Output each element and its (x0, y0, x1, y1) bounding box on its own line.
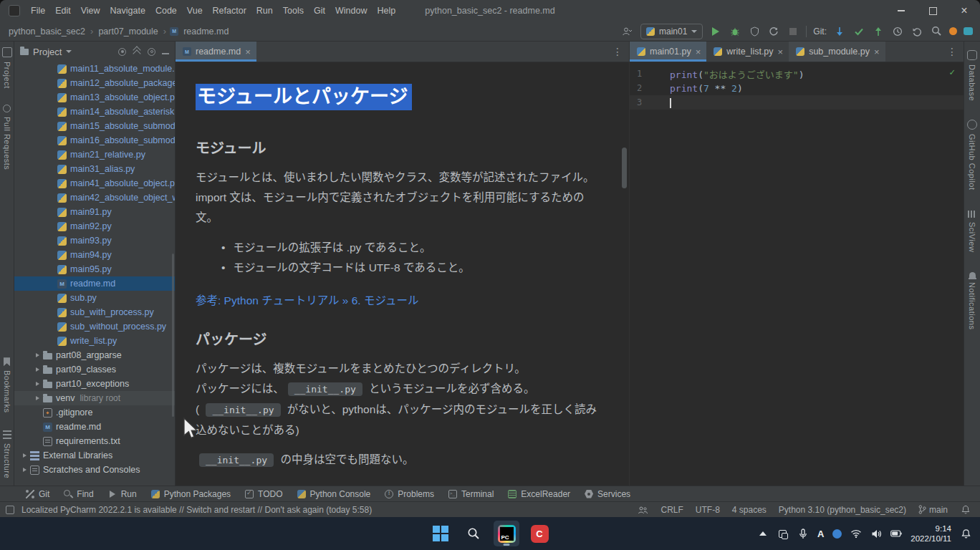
git-update-icon[interactable] (833, 25, 846, 38)
search-everywhere-icon[interactable] (930, 25, 943, 38)
menu-item[interactable]: Run (251, 0, 278, 21)
tree-row[interactable]: main95.py (14, 262, 175, 276)
start-button[interactable] (428, 521, 453, 546)
code-line[interactable]: 1print("おはようございます") (630, 67, 964, 81)
code-with-me-icon[interactable] (637, 504, 648, 516)
menu-item[interactable]: Git (309, 0, 330, 21)
tool-window-toggle-icon[interactable] (6, 506, 14, 514)
menu-item[interactable]: File (26, 0, 50, 21)
run-with-coverage-button[interactable] (748, 25, 761, 38)
taskbar-pycharm-button[interactable] (494, 521, 519, 546)
tool-window-button[interactable]: GitHub Copilot (967, 120, 977, 190)
project-panel-title[interactable]: Project (33, 47, 62, 57)
tree-row[interactable]: .gitignore (14, 405, 175, 420)
tool-window-button[interactable]: ExcelReader (501, 486, 577, 501)
close-tab-icon[interactable] (696, 47, 701, 57)
blue-status-icon[interactable] (832, 529, 842, 539)
minimize-button[interactable] (885, 0, 917, 21)
tree-row[interactable]: main42_absolute_object_w (14, 190, 175, 205)
app-icon[interactable] (9, 5, 20, 16)
editor-tab[interactable]: write_list.py (706, 42, 789, 62)
chevron-down-icon[interactable] (66, 50, 72, 53)
status-message[interactable]: Localized PyCharm 2022.2.1 is available … (21, 505, 372, 515)
editor-tab[interactable]: readme.md (176, 42, 256, 62)
tab-list-menu-icon[interactable] (606, 42, 629, 62)
tab-list-menu-icon[interactable] (941, 42, 964, 62)
tree-row[interactable]: main12_absolute_package (14, 76, 175, 90)
tree-row[interactable]: main94.py (14, 248, 175, 262)
menu-item[interactable]: Tools (278, 0, 309, 21)
tool-window-button[interactable]: Bookmarks (3, 357, 11, 413)
menu-item[interactable]: Refactor (208, 0, 251, 21)
breadcrumb-item[interactable]: python_basic_sec2 (7, 26, 87, 37)
tool-window-button[interactable]: Structure (3, 430, 11, 478)
tree-row[interactable]: readme.md (14, 276, 175, 291)
tool-window-button[interactable]: Git (19, 486, 57, 501)
tool-window-button[interactable]: Notifications (968, 271, 976, 329)
close-tab-icon[interactable] (245, 47, 251, 57)
gear-icon[interactable] (148, 48, 155, 56)
line-ending-indicator[interactable]: CRLF (660, 505, 683, 515)
tool-window-button[interactable]: Terminal (441, 486, 501, 501)
tool-window-button[interactable]: Project (2, 47, 12, 89)
taskbar-app-button[interactable]: C (527, 521, 552, 546)
scrollbar-thumb[interactable] (622, 148, 627, 188)
tree-row[interactable]: part09_classes (14, 362, 175, 377)
tool-window-button[interactable]: Pull Requests (3, 105, 11, 170)
hide-panel-icon[interactable] (162, 53, 169, 54)
tree-row[interactable]: readme.md (14, 420, 175, 434)
tree-row[interactable]: main14_absolute_asterisk.p (14, 105, 175, 119)
tree-row[interactable]: venv library root (14, 391, 175, 405)
battery-icon[interactable] (890, 528, 902, 539)
menu-item[interactable]: Edit (50, 0, 76, 21)
tree-row[interactable]: Scratches and Consoles (14, 463, 175, 477)
editor-tab[interactable]: sub_module.py (789, 42, 885, 62)
close-tab-icon[interactable] (778, 47, 784, 57)
locate-file-icon[interactable] (118, 48, 126, 56)
tree-row[interactable]: sub_with_process.py (14, 305, 175, 319)
tree-row[interactable]: main41_absolute_object.p (14, 176, 175, 190)
code-line[interactable]: 2print(7 ** 2) (630, 81, 964, 95)
rollback-icon[interactable] (911, 25, 923, 38)
layers-icon[interactable] (777, 528, 789, 539)
menu-item[interactable]: Help (372, 0, 400, 21)
run-button[interactable] (709, 25, 722, 38)
git-branch-indicator[interactable]: main (918, 505, 948, 515)
editor-tab[interactable]: main01.py (630, 42, 706, 62)
interpreter-indicator[interactable]: Python 3.10 (python_basic_sec2) (779, 505, 906, 515)
tool-window-button[interactable]: Database (967, 50, 977, 101)
indent-indicator[interactable]: 4 spaces (732, 505, 767, 515)
tree-row[interactable]: main91.py (14, 205, 175, 219)
tree-row[interactable]: main16_absolute_submod (14, 133, 175, 148)
notifications-icon[interactable] (960, 504, 971, 516)
history-icon[interactable] (891, 25, 904, 38)
menu-item[interactable]: Navigate (105, 0, 150, 21)
tree-row[interactable]: part10_exceptions (14, 377, 175, 391)
code-line[interactable]: 3 (630, 95, 964, 110)
tree-row[interactable]: External Libraries (14, 448, 175, 463)
tool-window-button[interactable]: Find (57, 486, 100, 501)
tree-row[interactable]: main21_relative.py (14, 148, 175, 162)
tree-row[interactable]: main11_absolute_module. (14, 62, 175, 76)
git-push-icon[interactable] (872, 25, 885, 38)
tree-row[interactable]: main15_absolute_submod (14, 119, 175, 133)
taskbar-clock[interactable]: 9:14 2022/10/11 (911, 524, 951, 544)
tree-row[interactable]: main92.py (14, 219, 175, 233)
breadcrumb-item[interactable]: readme.md (182, 26, 230, 37)
git-commit-icon[interactable] (852, 25, 865, 38)
close-button[interactable] (948, 0, 980, 21)
breadcrumb-item[interactable]: part07_module (97, 26, 159, 37)
tree-row[interactable]: sub.py (14, 291, 175, 305)
tree-row[interactable]: requirements.txt (14, 434, 175, 448)
vcs-user-icon[interactable] (621, 25, 634, 38)
tool-window-button[interactable]: SciView (968, 209, 976, 252)
close-tab-icon[interactable] (874, 47, 880, 57)
tree-row[interactable]: main13_absolute_object.p (14, 90, 175, 105)
inspections-ok-icon[interactable]: ✓ (949, 67, 955, 77)
collapse-all-icon[interactable] (133, 47, 141, 56)
copilot-chat-icon[interactable] (964, 27, 973, 35)
tree-row[interactable]: sub_without_process.py (14, 319, 175, 334)
tool-window-button[interactable]: Run (101, 486, 144, 501)
menu-item[interactable]: Code (150, 0, 182, 21)
tool-window-button[interactable]: TODO (238, 486, 289, 501)
